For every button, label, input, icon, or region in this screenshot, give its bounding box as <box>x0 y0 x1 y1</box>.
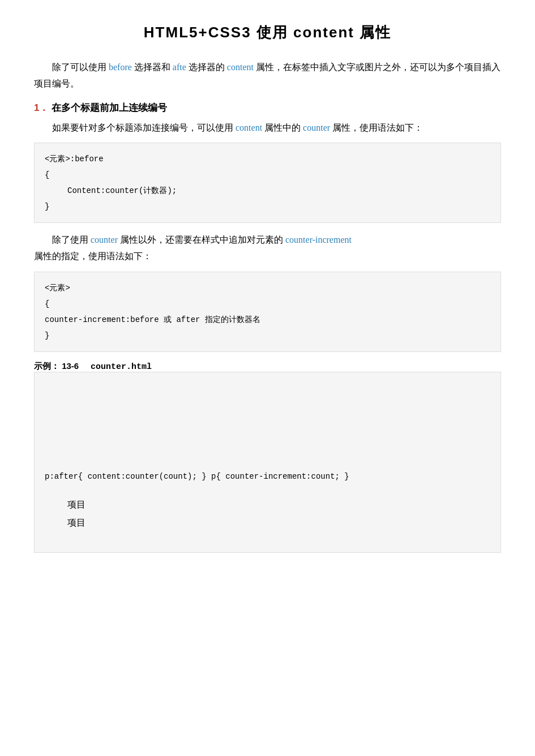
section1-body2: 除了使用 counter 属性以外，还需要在样式中追加对元素的 counter-… <box>34 232 501 265</box>
result-item-1: 项目 <box>67 496 490 514</box>
code-block-2: <元素> { counter-increment:before 或 after … <box>34 272 501 352</box>
result-item-2: 项目 <box>67 514 490 532</box>
section1-heading: 1． 在多个标题前加上连续编号 <box>34 101 501 114</box>
example-code: p:after{ content:counter(count); } p{ co… <box>45 469 490 484</box>
example-result: 项目 项目 <box>45 496 490 532</box>
intro-paragraph: 除了可以使用 before 选择器和 afte 选择器的 content 属性，… <box>34 59 501 92</box>
section1-body: 如果要针对多个标题添加连接编号，可以使用 content 属性中的 counte… <box>34 120 501 136</box>
code-block-1: <元素>:before { Content:counter(计数器); } <box>34 143 501 223</box>
page-title: HTML5+CSS3 使用 content 属性 <box>34 23 501 42</box>
example-box: p:after{ content:counter(count); } p{ co… <box>34 372 501 553</box>
example-preview-area <box>45 384 490 463</box>
title-text: HTML5+CSS3 使用 content 属性 <box>144 24 391 41</box>
example-label: 示例： 13-6 counter.html <box>34 361 501 372</box>
